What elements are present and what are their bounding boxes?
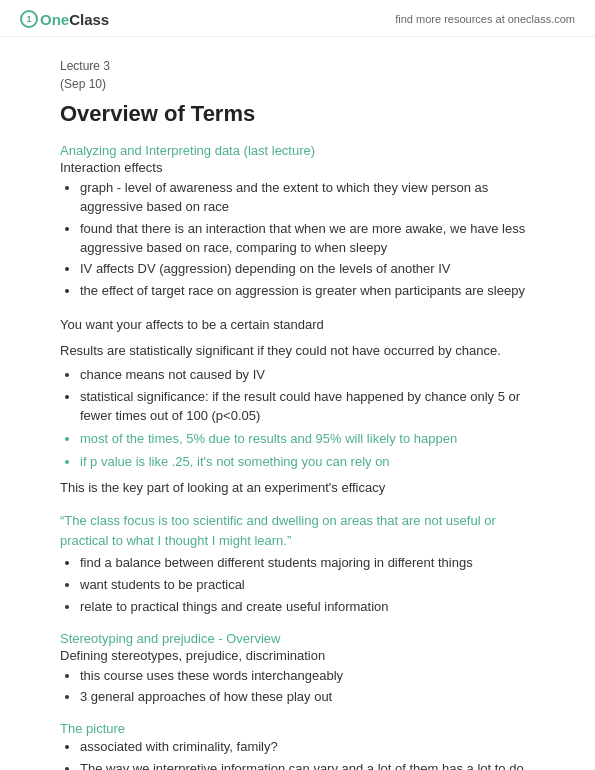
list-item: graph - level of awareness and the exten…: [80, 179, 535, 217]
section-heading-interaction: Interaction effects: [60, 160, 535, 175]
main-content: Lecture 3 (Sep 10) Overview of Terms Ana…: [0, 37, 595, 770]
page-header: 1OneClass find more resources at oneclas…: [0, 0, 595, 37]
lecture-info: Lecture 3 (Sep 10): [60, 57, 535, 93]
list-item: IV affects DV (aggression) depending on …: [80, 260, 535, 279]
section-link-picture[interactable]: The picture: [60, 721, 535, 736]
list-item: found that there is an interaction that …: [80, 220, 535, 258]
logo-class: Class: [69, 11, 109, 28]
section-link-stereotyping[interactable]: Stereotyping and prejudice - Overview: [60, 631, 535, 646]
list-item: want students to be practical: [80, 576, 535, 595]
page-title: Overview of Terms: [60, 101, 535, 127]
section-stereotyping: Stereotyping and prejudice - Overview De…: [60, 631, 535, 708]
list-item: if p value is like .25, it's not somethi…: [80, 452, 535, 472]
section-significance: You want your affects to be a certain st…: [60, 315, 535, 497]
bullets-quote: find a balance between different student…: [80, 554, 535, 617]
paragraph2: Results are statistically significant if…: [60, 341, 535, 361]
list-item: the effect of target race on aggression …: [80, 282, 535, 301]
header-tagline: find more resources at oneclass.com: [395, 13, 575, 25]
bullets-interaction: graph - level of awareness and the exten…: [80, 179, 535, 301]
bullets-significance: chance means not caused by IV statistica…: [80, 366, 535, 472]
list-item: The way we interpretive information can …: [80, 760, 535, 770]
section-quote: “The class focus is too scientific and d…: [60, 511, 535, 617]
bullets-picture: associated with criminality, family? The…: [80, 738, 535, 770]
logo: 1OneClass: [20, 10, 109, 28]
paragraph3: This is the key part of looking at an ex…: [60, 478, 535, 498]
logo-icon: 1: [20, 10, 38, 28]
list-item: find a balance between different student…: [80, 554, 535, 573]
list-item: most of the times, 5% due to results and…: [80, 429, 535, 449]
list-item: this course uses these words interchange…: [80, 667, 535, 686]
lecture-line2: (Sep 10): [60, 75, 535, 93]
quote-text: “The class focus is too scientific and d…: [60, 511, 535, 550]
list-item: chance means not caused by IV: [80, 366, 535, 385]
section-link-analyzing[interactable]: Analyzing and Interpreting data (last le…: [60, 143, 535, 158]
list-item: relate to practical things and create us…: [80, 598, 535, 617]
bullets-stereotyping: this course uses these words interchange…: [80, 667, 535, 708]
list-item: associated with criminality, family?: [80, 738, 535, 757]
list-item: statistical significance: if the result …: [80, 388, 535, 426]
logo-one: One: [40, 11, 69, 28]
section-heading-stereotyping: Defining stereotypes, prejudice, discrim…: [60, 648, 535, 663]
section-picture: The picture associated with criminality,…: [60, 721, 535, 770]
lecture-line1: Lecture 3: [60, 57, 535, 75]
paragraph1: You want your affects to be a certain st…: [60, 315, 535, 335]
section-analyzing: Analyzing and Interpreting data (last le…: [60, 143, 535, 301]
list-item: 3 general approaches of how these play o…: [80, 688, 535, 707]
